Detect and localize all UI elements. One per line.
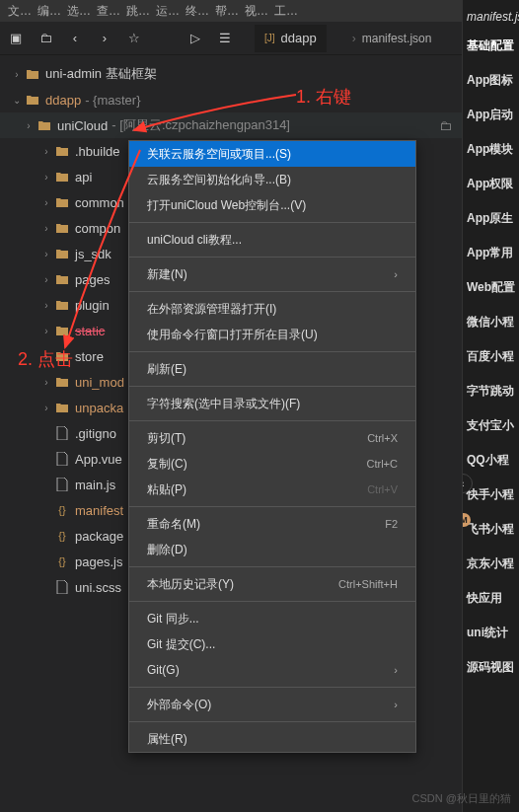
tree-item-unicloud[interactable]: ›uniCloud- [阿里云:czpchaizhengpan314]🗀 (0, 112, 462, 138)
context-menu-item[interactable]: Git 同步... (129, 606, 415, 631)
menu-separator (129, 566, 415, 567)
outline-item[interactable]: 京东小程 (467, 555, 515, 572)
menu-separator (129, 506, 415, 507)
context-menu-item[interactable]: 本地历史记录(Y)Ctrl+Shift+H (129, 571, 415, 597)
context-menu-item[interactable]: 复制(C)Ctrl+C (129, 451, 415, 477)
context-menu-item[interactable]: 在外部资源管理器打开(I) (129, 296, 415, 322)
context-menu-item[interactable]: 打开uniCloud Web控制台...(V) (129, 192, 415, 218)
outline-item[interactable]: 源码视图 (467, 659, 515, 676)
outline-item[interactable]: 字节跳动 (467, 383, 515, 400)
outline-item[interactable]: 支付宝小 (467, 417, 515, 434)
context-menu-item[interactable]: 删除(D) (129, 537, 415, 562)
context-menu-item[interactable]: 剪切(T)Ctrl+X (129, 425, 415, 451)
menu-separator (129, 351, 415, 352)
menu-separator (129, 420, 415, 421)
top-menu-bar[interactable]: 文…编…选…查…跳…运…终…帮…视…工… (0, 0, 519, 22)
context-menu-item[interactable]: uniCloud cli教程... (129, 227, 415, 253)
context-menu[interactable]: 关联云服务空间或项目...(S)云服务空间初始化向导...(B)打开uniClo… (128, 140, 416, 753)
context-menu-item[interactable]: 刷新(E) (129, 356, 415, 382)
context-menu-item[interactable]: Git 提交(C)... (129, 631, 415, 657)
outline-item[interactable]: 微信小程 (467, 314, 515, 331)
menu-separator (129, 721, 415, 722)
outline-item[interactable]: 快手小程 (467, 486, 515, 503)
outline-item[interactable]: 飞书小程 (467, 521, 515, 538)
context-menu-item[interactable]: 新建(N)› (129, 261, 415, 287)
forward-icon[interactable]: › (97, 31, 112, 46)
menu-separator (129, 601, 415, 602)
context-menu-item[interactable]: 属性(R) (129, 726, 415, 752)
menu-separator (129, 257, 415, 258)
context-menu-item[interactable]: 重命名(M)F2 (129, 511, 415, 537)
context-menu-item[interactable]: 字符搜索(选中目录或文件)(F) (129, 391, 415, 416)
outline-title: manifest.js (467, 10, 515, 24)
chevron-right-icon: › (352, 32, 356, 45)
breadcrumb[interactable]: › manifest.json (352, 32, 432, 45)
context-menu-item[interactable]: 关联云服务空间或项目...(S) (129, 141, 415, 167)
outline-item[interactable]: App权限 (467, 176, 515, 192)
outline-item[interactable]: App常用 (467, 245, 515, 261)
outline-item[interactable]: App启动 (467, 107, 515, 123)
menu-separator (129, 222, 415, 223)
outline-panel[interactable]: manifest.js 基础配置App图标App启动App模块App权限App原… (462, 0, 519, 812)
tab-label: ddapp (281, 31, 317, 45)
outline-item[interactable]: 基础配置 (467, 37, 515, 54)
breadcrumb-file: manifest.json (362, 32, 432, 45)
context-menu-item[interactable]: 云服务空间初始化向导...(B) (129, 167, 415, 192)
menu-separator (129, 386, 415, 387)
tree-root[interactable]: ›uni-admin 基础框架 (0, 61, 462, 87)
context-menu-item[interactable]: 外部命令(O)› (129, 692, 415, 717)
menu-separator (129, 291, 415, 292)
outline-item[interactable]: Web配置 (467, 279, 515, 296)
outline-item[interactable]: uni统计 (467, 625, 515, 641)
open-icon[interactable]: 🗀 (37, 31, 53, 46)
select-icon[interactable]: ▣ (8, 31, 24, 46)
context-menu-item[interactable]: 粘贴(P)Ctrl+V (129, 477, 415, 502)
editor-tab[interactable]: [J] ddapp (255, 25, 327, 52)
toolbar: ▣ 🗀 ‹ › ☆ ▷ ☰ [J] ddapp › manifest.json (0, 22, 519, 55)
outline-item[interactable]: App原生 (467, 210, 515, 227)
outline-item[interactable]: App模块 (467, 141, 515, 158)
folder-icon: 🗀 (439, 118, 452, 133)
file-type-icon: [J] (264, 33, 275, 43)
tree-root[interactable]: ⌄ddapp - {master} (0, 87, 462, 112)
outline-item[interactable]: 百度小程 (467, 348, 515, 365)
context-menu-item[interactable]: 使用命令行窗口打开所在目录(U) (129, 322, 415, 347)
outline-item[interactable]: QQ小程 (467, 452, 515, 469)
menu-separator (129, 687, 415, 688)
config-icon[interactable]: ☰ (217, 31, 233, 46)
back-icon[interactable]: ‹ (67, 31, 83, 46)
context-menu-item[interactable]: Git(G)› (129, 657, 415, 683)
star-icon[interactable]: ☆ (126, 31, 142, 46)
run-icon[interactable]: ▷ (187, 31, 203, 46)
outline-item[interactable]: 快应用 (467, 590, 515, 607)
watermark: CSDN @秋日里的猫 (412, 791, 511, 806)
outline-item[interactable]: App图标 (467, 72, 515, 89)
